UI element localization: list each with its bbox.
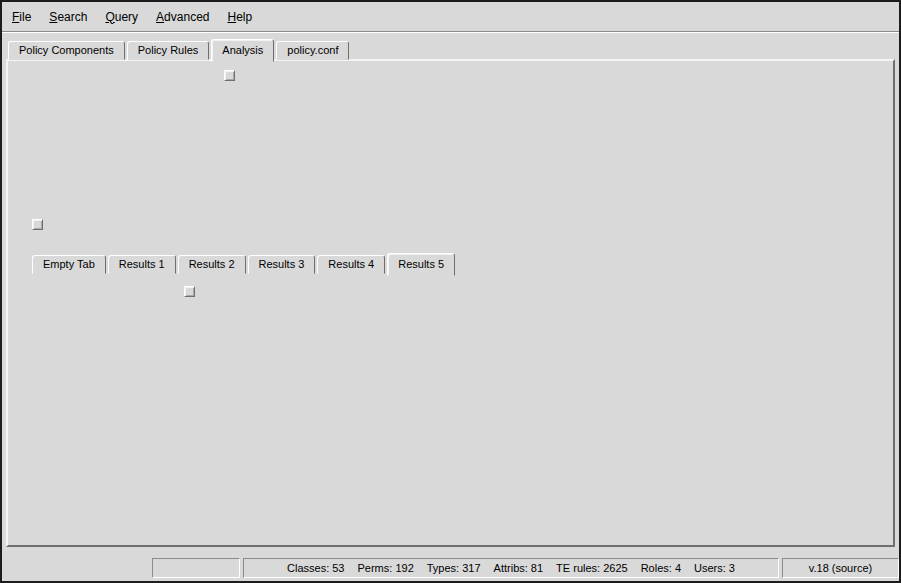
results-pane-sash-handle[interactable]: [184, 286, 195, 297]
status-te-rules: TE rules: 2625: [556, 562, 628, 574]
menu-advanced[interactable]: Advanced: [156, 10, 209, 24]
tab-analysis[interactable]: Analysis: [211, 39, 274, 62]
tab-policy-components[interactable]: Policy Components: [8, 41, 125, 60]
tab-policy-rules[interactable]: Policy Rules: [127, 41, 210, 60]
tab-empty[interactable]: Empty Tab: [32, 255, 106, 274]
status-users: Users: 3: [694, 562, 735, 574]
status-version-segment: v.18 (source): [782, 558, 899, 578]
status-types: Types: 317: [427, 562, 481, 574]
tab-results-2[interactable]: Results 2: [178, 255, 246, 274]
top-pane-sash-handle[interactable]: [224, 70, 235, 81]
tab-results-4[interactable]: Results 4: [317, 255, 385, 274]
menu-help[interactable]: Help: [227, 10, 252, 24]
status-roles: Roles: 4: [641, 562, 681, 574]
tab-policy-conf[interactable]: policy.conf: [276, 41, 349, 60]
status-classes: Classes: 53: [287, 562, 344, 574]
app-window: File Search Query Advanced Help Policy C…: [0, 0, 901, 583]
menubar: File Search Query Advanced Help: [2, 2, 899, 32]
analysis-tab-page: [6, 59, 895, 547]
menu-query[interactable]: Query: [105, 10, 138, 24]
status-stats-segment: Classes: 53 Perms: 192 Types: 317 Attrib…: [243, 558, 779, 578]
status-attribs: Attribs: 81: [494, 562, 544, 574]
tab-results-1[interactable]: Results 1: [108, 255, 176, 274]
main-tab-bar: Policy Components Policy Rules Analysis …: [8, 38, 351, 60]
tab-results-5[interactable]: Results 5: [387, 253, 455, 276]
menu-search[interactable]: Search: [49, 10, 87, 24]
status-perms: Perms: 192: [358, 562, 414, 574]
results-tab-bar: Empty Tab Results 1 Results 2 Results 3 …: [32, 252, 457, 274]
menu-file[interactable]: File: [12, 10, 31, 24]
status-empty-segment: [152, 558, 240, 578]
tab-results-3[interactable]: Results 3: [248, 255, 316, 274]
main-pane-sash-handle[interactable]: [32, 219, 43, 230]
